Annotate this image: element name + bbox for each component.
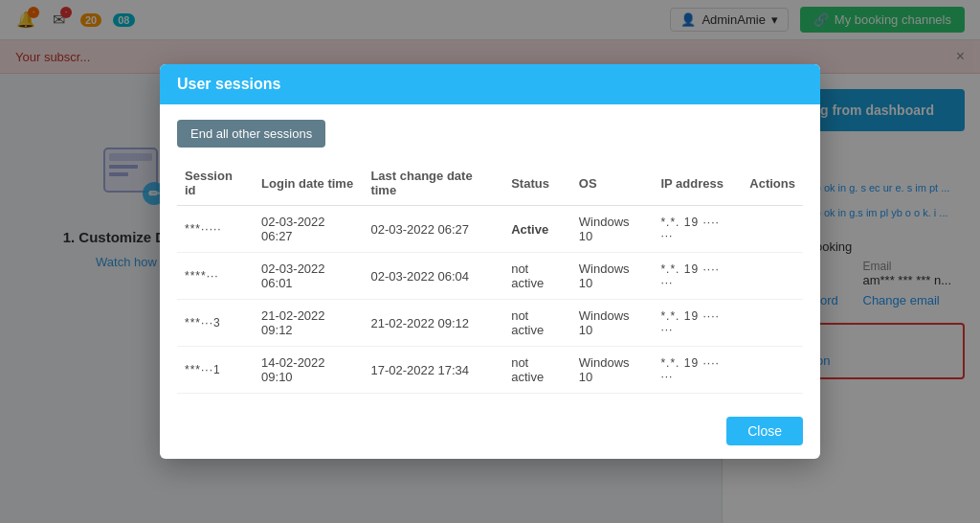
cell-ip: *.*. 19 ···· ··· bbox=[653, 253, 742, 300]
table-row: ***····· 02-03-2022 06:27 02-03-2022 06:… bbox=[177, 206, 803, 253]
cell-status: not active bbox=[503, 300, 571, 347]
cell-login-time: 14-02-2022 09:10 bbox=[254, 347, 363, 394]
col-actions: Actions bbox=[742, 161, 803, 206]
cell-login-time: 21-02-2022 09:12 bbox=[254, 300, 363, 347]
table-header-row: Session id Login date time Last change d… bbox=[177, 161, 803, 206]
end-all-sessions-button[interactable]: End all other sessions bbox=[177, 120, 325, 148]
cell-session-id: ***····· bbox=[177, 206, 254, 253]
cell-actions[interactable] bbox=[742, 300, 803, 347]
col-status: Status bbox=[503, 161, 571, 206]
modal-header: User sessions bbox=[160, 64, 820, 104]
col-last-change: Last change date time bbox=[363, 161, 503, 206]
cell-os: Windows 10 bbox=[571, 300, 654, 347]
user-sessions-modal: User sessions End all other sessions Ses… bbox=[160, 64, 820, 459]
col-login-datetime: Login date time bbox=[254, 161, 363, 206]
cell-ip: *.*. 19 ···· ··· bbox=[653, 347, 742, 394]
col-session-id: Session id bbox=[177, 161, 254, 206]
cell-login-time: 02-03-2022 06:27 bbox=[254, 206, 363, 253]
cell-os: Windows 10 bbox=[571, 347, 654, 394]
table-body: ***····· 02-03-2022 06:27 02-03-2022 06:… bbox=[177, 206, 803, 394]
cell-ip: *.*. 19 ···· ··· bbox=[653, 206, 742, 253]
cell-status: not active bbox=[503, 253, 571, 300]
cell-ip: *.*. 19 ···· ··· bbox=[653, 300, 742, 347]
cell-actions[interactable] bbox=[742, 206, 803, 253]
cell-actions[interactable] bbox=[742, 347, 803, 394]
table-row: ***···1 14-02-2022 09:10 17-02-2022 17:3… bbox=[177, 347, 803, 394]
table-header: Session id Login date time Last change d… bbox=[177, 161, 803, 206]
col-ip: IP address bbox=[653, 161, 742, 206]
cell-last-change: 21-02-2022 09:12 bbox=[363, 300, 503, 347]
cell-os: Windows 10 bbox=[571, 253, 654, 300]
cell-actions[interactable] bbox=[742, 253, 803, 300]
cell-last-change: 02-03-2022 06:04 bbox=[363, 253, 503, 300]
close-modal-button[interactable]: Close bbox=[726, 417, 803, 445]
cell-os: Windows 10 bbox=[571, 206, 654, 253]
cell-login-time: 02-03-2022 06:01 bbox=[254, 253, 363, 300]
cell-session-id: ***···3 bbox=[177, 300, 254, 347]
modal-title: User sessions bbox=[177, 76, 281, 92]
col-os: OS bbox=[571, 161, 654, 206]
table-row: ***···3 21-02-2022 09:12 21-02-2022 09:1… bbox=[177, 300, 803, 347]
cell-status: Active bbox=[503, 206, 571, 253]
modal-footer: Close bbox=[160, 409, 820, 459]
table-row: ****··· 02-03-2022 06:01 02-03-2022 06:0… bbox=[177, 253, 803, 300]
cell-session-id: ****··· bbox=[177, 253, 254, 300]
sessions-table: Session id Login date time Last change d… bbox=[177, 161, 803, 394]
cell-last-change: 02-03-2022 06:27 bbox=[363, 206, 503, 253]
cell-session-id: ***···1 bbox=[177, 347, 254, 394]
modal-body: End all other sessions Session id Login … bbox=[160, 104, 820, 409]
cell-status: not active bbox=[503, 347, 571, 394]
cell-last-change: 17-02-2022 17:34 bbox=[363, 347, 503, 394]
